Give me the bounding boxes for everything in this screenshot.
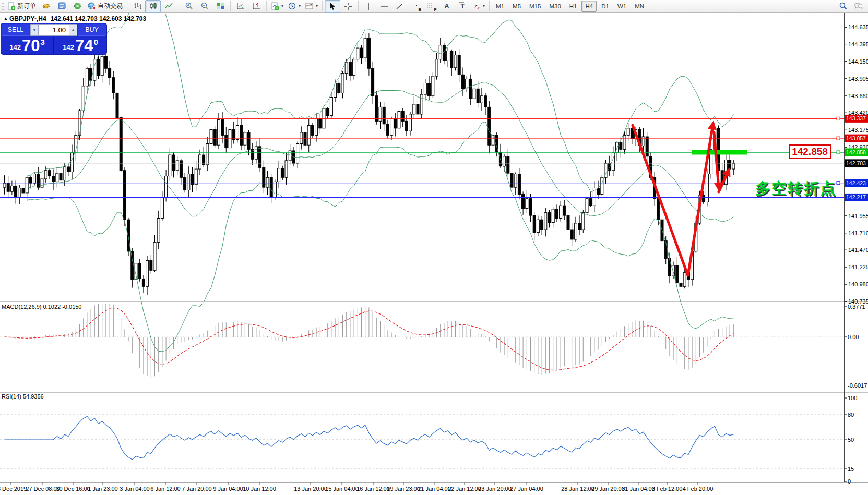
date-axis: 26 Dec 201927 Dec 08:0030 Dec 16:001 Jan… (0, 482, 713, 492)
chat-button[interactable] (851, 0, 866, 13)
price-tick-label: 144.635 (848, 24, 868, 30)
price-axis: 144.635144.395144.150143.905143.660143.4… (845, 24, 868, 305)
tile-windows-button[interactable] (212, 0, 228, 13)
chat-icon (854, 2, 864, 10)
timeframe-button-M1[interactable]: M1 (492, 1, 508, 12)
bollinger-lower-band (27, 122, 734, 352)
timeframe-button-MN[interactable]: MN (631, 1, 648, 12)
new-order-label: 新订单 (17, 2, 36, 10)
templates-dropdown-caret[interactable]: ▾ (316, 4, 318, 8)
sell-button[interactable]: SELL (2, 24, 30, 36)
rsi-axis-label: 50 (848, 437, 854, 443)
date-tick-label: 30 Dec 16:00 (56, 486, 90, 492)
toolbar-separator (179, 1, 179, 11)
autotrading-icon (87, 2, 96, 10)
label-tool-glyph: T (459, 2, 466, 10)
new-order-icon (7, 2, 16, 10)
sell-price[interactable]: 142 70 3 (1, 37, 53, 54)
text-button[interactable]: A (439, 0, 455, 13)
vertical-line-button[interactable] (361, 0, 376, 13)
volume-increase-button[interactable]: ▲ (69, 24, 77, 36)
price-tick-label: 140.980 (848, 281, 868, 287)
bar-chart-button[interactable] (129, 0, 145, 13)
date-tick-label: 21 Jan 04:00 (418, 486, 451, 492)
timeframe-button-M15[interactable]: M15 (526, 1, 544, 12)
templates-icon (305, 2, 314, 10)
hline-anchor[interactable] (837, 151, 840, 154)
timeframe-button-H1[interactable]: H1 (566, 1, 581, 12)
toolbar-separator (489, 1, 490, 11)
cursor-button[interactable] (325, 0, 340, 13)
date-tick-label: 28 Jan 12:00 (561, 486, 594, 492)
macd-axis-label: -0.6017 (848, 382, 867, 389)
volume-input[interactable]: 1.00 (39, 24, 69, 36)
timeframe-button-M5[interactable]: M5 (509, 1, 525, 12)
vertical-line-icon (364, 2, 373, 10)
new-order-button[interactable]: 新订单 (5, 0, 38, 13)
crosshair-button[interactable] (340, 0, 356, 13)
hline-anchor[interactable] (837, 117, 840, 120)
navigator-button[interactable] (54, 0, 69, 13)
line-chart-button[interactable] (161, 0, 176, 13)
rsi-axis-label: 80 (848, 412, 854, 418)
market-watch-button[interactable] (38, 0, 54, 13)
periods-dropdown-caret[interactable]: ▾ (299, 4, 301, 8)
candlestick-chart-button[interactable] (145, 0, 161, 13)
cursor-icon (328, 2, 337, 10)
timeframe-button-W1[interactable]: W1 (614, 1, 630, 12)
zoom-out-button[interactable] (197, 0, 212, 13)
fibonacci-glyph: F (434, 7, 437, 12)
timeframe-button-D1[interactable]: D1 (598, 1, 613, 12)
indicators-button[interactable]: ▾ (269, 0, 286, 13)
rsi-indicator-label: RSI(14) 54.9356 (2, 393, 44, 400)
date-tick-label: 27 Jan 04:00 (510, 486, 543, 492)
timeframe-group: M1M5M15M30H1H4D1W1MN (492, 1, 648, 12)
green-highlight-bar[interactable] (692, 150, 747, 154)
price-badge-label: 142.703 (846, 160, 866, 166)
volume-decrease-button[interactable]: ▼ (30, 24, 39, 36)
chart-shift-button[interactable] (248, 0, 264, 13)
text-tool-glyph: A (444, 2, 449, 10)
timeframe-button-M30[interactable]: M30 (545, 1, 564, 12)
toolbar-grip[interactable] (2, 2, 4, 11)
date-tick-label: 9 Jan 04:00 (213, 486, 243, 492)
price-tick-label: 143.905 (848, 76, 868, 82)
text-label-button[interactable]: T (455, 0, 470, 13)
buy-price[interactable]: 142 74 0 (54, 37, 106, 54)
sell-price-big: 70 (22, 39, 40, 53)
zoom-in-button[interactable] (181, 0, 197, 13)
templates-button[interactable]: ▾ (303, 0, 320, 13)
equidistant-channel-button[interactable]: E (408, 0, 423, 13)
signals-icon (73, 2, 82, 10)
date-tick-label: 3 Feb 12:00 (652, 486, 683, 492)
bollinger-bands (27, 0, 734, 352)
collapse-triangle-icon[interactable]: ▲ (4, 16, 8, 21)
hline-anchor[interactable] (837, 182, 840, 185)
hline-anchor[interactable] (837, 137, 840, 140)
buy-price-sup: 0 (93, 38, 98, 46)
navigator-icon (57, 2, 66, 10)
search-button[interactable] (835, 0, 851, 13)
channel-icon (410, 2, 418, 10)
autotrading-button[interactable]: 自动交易 (85, 0, 125, 13)
horizontal-line-icon (380, 2, 388, 10)
channel-glyph: E (418, 7, 421, 12)
auto-scroll-button[interactable] (233, 0, 248, 13)
fibonacci-button[interactable]: F (423, 0, 439, 13)
periods-button[interactable]: ▾ (286, 0, 303, 13)
date-tick-label: 23 Jan 20:00 (478, 486, 512, 492)
symbol-name: GBPJPY-,H4 (9, 15, 46, 22)
horizontal-line-button[interactable] (376, 0, 392, 13)
indicators-dropdown-caret[interactable]: ▾ (281, 4, 283, 8)
chart-canvas[interactable]: 144.635144.395144.150143.905143.660143.4… (0, 0, 868, 495)
toolbar-separator (127, 1, 127, 11)
timeframe-button-H4[interactable]: H4 (581, 1, 597, 12)
symbol-title: ▲GBPJPY-,H4142.641 142.703 142.603 142.7… (4, 15, 146, 22)
arrows-dropdown-caret[interactable]: ▾ (483, 4, 485, 8)
arrows-button[interactable]: ▾ (470, 0, 487, 13)
signals-button[interactable] (69, 0, 85, 13)
toolbar-separator (266, 1, 267, 11)
trendline-button[interactable] (392, 0, 408, 13)
price-tick-label: 141.955 (848, 213, 868, 219)
buy-button[interactable]: BUY (78, 24, 106, 36)
